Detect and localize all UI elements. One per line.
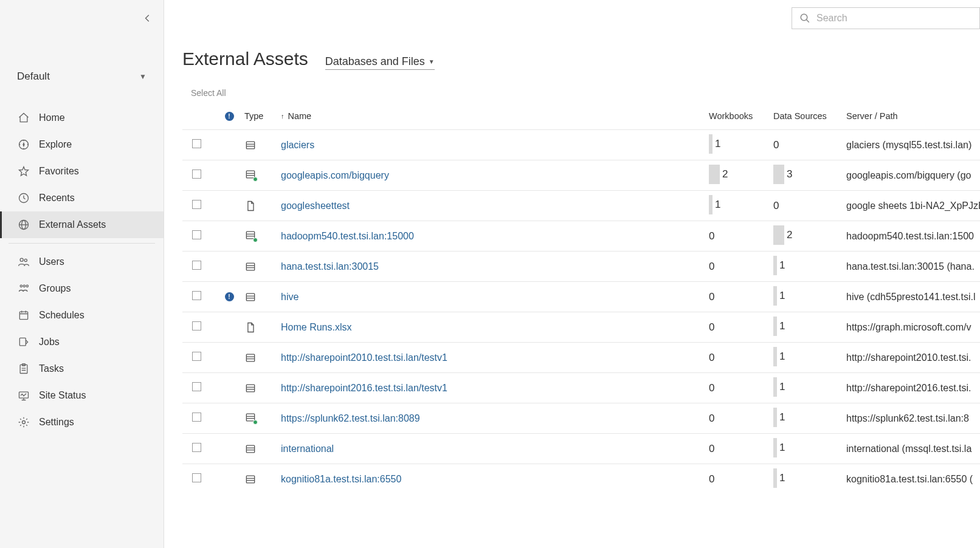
db-icon [244,261,281,273]
asset-name-link[interactable]: hana.test.tsi.lan:30015 [281,261,379,272]
table-row: Home Runs.xlsx 0 1 https://graph.microso… [182,312,980,342]
chevron-down-icon: ▼ [139,72,147,81]
svg-rect-9 [19,312,27,320]
db_cert-icon [244,233,257,243]
datasources-count: 1 [773,468,785,488]
clock-icon [17,191,30,205]
asset-name-link[interactable]: googleapis.com/bigquery [281,170,389,181]
asset-name-link[interactable]: hadoopm540.test.tsi.lan:15000 [281,231,414,242]
db-icon [244,473,281,485]
row-checkbox[interactable] [192,443,201,452]
asset-name-link[interactable]: glaciers [281,140,314,151]
nav-item-recents[interactable]: Recents [0,185,164,211]
workbooks-count: 0 [709,321,714,334]
nav-label: Site Status [39,390,86,401]
nav-label: Home [39,112,65,123]
nav-item-explore[interactable]: Explore [0,131,164,158]
nav-item-users[interactable]: Users [0,248,164,275]
col-type-header[interactable]: Type [244,111,281,121]
db-icon [244,291,281,303]
svg-rect-18 [246,171,254,178]
datasources-count: 1 [773,317,785,336]
nav-item-site-status[interactable]: Site Status [0,382,164,409]
asset-name-link[interactable]: http://sharepoint2016.test.tsi.lan/testv… [281,383,447,394]
svg-point-15 [801,14,807,21]
col-workbooks-header[interactable]: Workbooks [709,111,773,121]
asset-name-link[interactable]: googlesheettest [281,200,350,211]
nav-label: Tasks [39,363,64,374]
nav-item-jobs[interactable]: Jobs [0,329,164,355]
row-checkbox[interactable] [192,413,201,422]
server-path: http://sharepoint2010.test.tsi. [846,352,971,363]
asset-name-link[interactable]: http://sharepoint2010.test.tsi.lan/testv… [281,352,447,363]
svg-rect-23 [246,385,254,392]
nav-label: Groups [39,283,71,294]
workbooks-count: 0 [709,413,714,425]
nav-label: Jobs [39,337,60,348]
search-input[interactable] [816,13,972,24]
col-name-header[interactable]: ↑ Name [281,111,709,121]
nav-item-favorites[interactable]: Favorites [0,158,164,185]
col-path-header[interactable]: Server / Path [846,111,980,121]
sidebar: Default ▼ HomeExploreFavoritesRecentsExt… [0,0,164,548]
workbooks-count: 1 [709,134,720,154]
nav-admin: UsersGroupsSchedulesJobsTasksSite Status… [0,248,164,436]
row-checkbox[interactable] [192,261,201,270]
db-icon [244,352,281,364]
row-checkbox[interactable] [192,170,201,179]
row-checkbox[interactable] [192,139,201,148]
table-row: hana.test.tsi.lan:30015 0 1 hana.test.ts… [182,251,980,281]
row-checkbox[interactable] [192,352,201,361]
svg-rect-17 [246,142,254,149]
asset-filter-dropdown[interactable]: Databases and Files ▼ [325,55,435,70]
table-row: googlesheettest 1 0 google sheets 1bi-NA… [182,190,980,221]
server-path: google sheets 1bi-NA2_XpPJzE [846,200,980,211]
search-box[interactable] [792,7,980,29]
jobs-icon [17,335,30,349]
nav-item-external-assets[interactable]: External Assets [0,211,164,238]
db-icon [244,382,281,394]
collapse-sidebar-button[interactable] [140,11,155,26]
nav-item-groups[interactable]: Groups [0,275,164,302]
row-checkbox[interactable] [192,291,201,300]
db_cert-icon [244,172,257,182]
nav-item-schedules[interactable]: Schedules [0,302,164,329]
table-row: hadoopm540.test.tsi.lan:15000 0 2 hadoop… [182,221,980,251]
filter-label: Databases and Files [325,55,425,68]
table-row: ! hive 0 1 hive (cdh55presto141.test.tsi… [182,281,980,312]
server-path: international (mssql.test.tsi.la [846,444,971,454]
asset-name-link[interactable]: kognitio81a.test.tsi.lan:6550 [281,474,401,485]
svg-point-8 [26,285,28,287]
page-header: External Assets Databases and Files ▼ [182,49,980,70]
nav-item-settings[interactable]: Settings [0,409,164,436]
workbooks-count: 2 [709,165,728,184]
server-path: googleapis.com/bigquery (go [846,170,971,180]
server-path: http://sharepoint2016.test.tsi. [846,383,971,393]
select-all-button[interactable]: Select All [182,88,980,98]
row-checkbox[interactable] [192,200,201,209]
server-path: https://graph.microsoft.com/v [846,322,971,332]
table-row: glaciers 1 0 glaciers (mysql55.test.tsi.… [182,129,980,160]
nav-item-home[interactable]: Home [0,104,164,131]
db_cert-icon [244,415,257,425]
asset-name-link[interactable]: Home Runs.xlsx [281,322,351,333]
row-checkbox[interactable] [192,230,201,239]
nav-item-tasks[interactable]: Tasks [0,355,164,382]
workbooks-count: 0 [709,291,714,303]
table-row: kognitio81a.test.tsi.lan:6550 0 1 kognit… [182,464,980,494]
workbooks-count: 1 [709,195,720,214]
svg-rect-21 [246,293,254,301]
table-row: https://splunk62.test.tsi.lan:8089 0 1 h… [182,403,980,433]
row-checkbox[interactable] [192,473,201,482]
asset-name-link[interactable]: https://splunk62.test.tsi.lan:8089 [281,413,420,424]
row-checkbox[interactable] [192,382,201,391]
workbooks-count: 0 [709,473,714,485]
row-checkbox[interactable] [192,321,201,331]
col-datasources-header[interactable]: Data Sources [773,111,846,121]
workbooks-count: 0 [709,443,714,455]
assets-table: ! Type ↑ Name Workbooks Data Sources Ser… [182,111,980,494]
asset-name-link[interactable]: hive [281,292,298,303]
asset-name-link[interactable]: international [281,444,334,454]
svg-rect-19 [246,231,254,239]
site-selector[interactable]: Default ▼ [17,70,147,86]
